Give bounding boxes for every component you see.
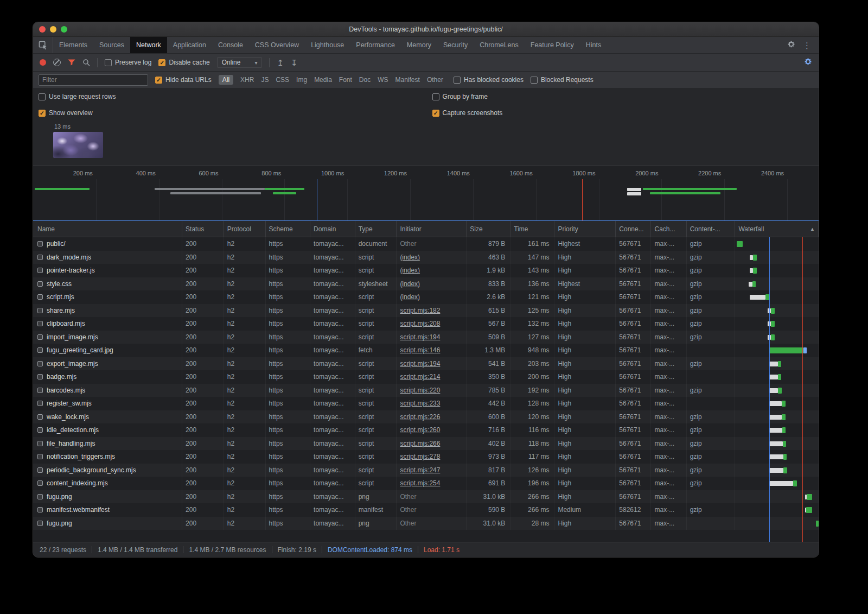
type-filter-manifest[interactable]: Manifest bbox=[395, 76, 420, 84]
zoom-window-button[interactable] bbox=[61, 26, 67, 33]
request-row[interactable]: periodic_background_sync.mjs200h2httpsto… bbox=[33, 464, 819, 477]
request-row[interactable]: clipboard.mjs200h2httpstomayac...scripts… bbox=[33, 317, 819, 331]
column-header-time[interactable]: Time bbox=[510, 221, 554, 237]
request-row[interactable]: badge.mjs200h2httpstomayac...scriptscrip… bbox=[33, 370, 819, 384]
show-overview-checkbox[interactable]: Show overview bbox=[39, 109, 93, 117]
blocked-requests-checkbox[interactable]: Blocked Requests bbox=[531, 76, 593, 84]
column-header-domain[interactable]: Domain bbox=[310, 221, 355, 237]
request-row[interactable]: wake_lock.mjs200h2httpstomayac...scripts… bbox=[33, 410, 819, 424]
export-har-icon[interactable]: ↧ bbox=[291, 59, 298, 67]
request-row[interactable]: fugu.png200h2httpstomayac...pngOther31.0… bbox=[33, 490, 819, 504]
column-header-name[interactable]: Name bbox=[33, 221, 182, 237]
use-large-request-rows-checkbox[interactable]: Use large request rows bbox=[39, 93, 116, 100]
more-options-icon[interactable]: ⋮ bbox=[803, 41, 811, 49]
request-row[interactable]: content_indexing.mjs200h2httpstomayac...… bbox=[33, 477, 819, 490]
tab-hints[interactable]: Hints bbox=[580, 37, 607, 53]
column-header-conne[interactable]: Conne... bbox=[616, 221, 651, 237]
initiator-link[interactable]: script.mjs:220 bbox=[400, 387, 440, 394]
request-row[interactable]: public/200h2httpstomayac...documentOther… bbox=[33, 237, 819, 251]
type-filter-css[interactable]: CSS bbox=[276, 76, 289, 84]
tab-performance[interactable]: Performance bbox=[350, 37, 401, 53]
initiator-link[interactable]: (index) bbox=[400, 293, 420, 301]
initiator-link[interactable]: script.mjs:260 bbox=[400, 426, 440, 434]
capture-screenshots-checkbox[interactable]: Capture screenshots bbox=[432, 109, 503, 117]
tab-network[interactable]: Network bbox=[130, 37, 167, 53]
type-filter-ws[interactable]: WS bbox=[378, 76, 388, 84]
request-row[interactable]: export_image.mjs200h2httpstomayac...scri… bbox=[33, 357, 819, 371]
initiator-link[interactable]: script.mjs:214 bbox=[400, 373, 440, 381]
network-overview-timeline[interactable]: 200 ms400 ms600 ms800 ms1000 ms1200 ms14… bbox=[33, 166, 819, 220]
column-header-protocol[interactable]: Protocol bbox=[224, 221, 266, 237]
tab-elements[interactable]: Elements bbox=[53, 37, 93, 53]
column-header-type[interactable]: Type bbox=[355, 221, 397, 237]
initiator-link[interactable]: (index) bbox=[400, 254, 420, 261]
column-header-cach[interactable]: Cach... bbox=[651, 221, 686, 237]
group-by-frame-checkbox[interactable]: Group by frame bbox=[432, 93, 488, 100]
record-button[interactable] bbox=[40, 59, 46, 66]
tab-console[interactable]: Console bbox=[212, 37, 249, 53]
request-row[interactable]: barcodes.mjs200h2httpstomayac...scriptsc… bbox=[33, 384, 819, 397]
settings-icon[interactable] bbox=[787, 40, 795, 50]
type-filter-all[interactable]: All bbox=[219, 75, 233, 85]
request-row[interactable]: import_image.mjs200h2httpstomayac...scri… bbox=[33, 331, 819, 344]
initiator-link[interactable]: script.mjs:233 bbox=[400, 400, 440, 407]
type-filter-media[interactable]: Media bbox=[314, 76, 332, 84]
type-filter-other[interactable]: Other bbox=[427, 76, 443, 84]
preserve-log-checkbox[interactable]: Preserve log bbox=[105, 59, 151, 66]
has-blocked-cookies-checkbox[interactable]: Has blocked cookies bbox=[454, 76, 524, 84]
hide-data-urls-checkbox[interactable]: Hide data URLs bbox=[155, 76, 212, 84]
column-header-waterfall[interactable]: Waterfall▲ bbox=[735, 221, 819, 237]
request-row[interactable]: notification_triggers.mjs200h2httpstomay… bbox=[33, 450, 819, 464]
initiator-link[interactable]: script.mjs:182 bbox=[400, 307, 440, 314]
request-row[interactable]: fugu.png200h2httpstomayac...pngOther31.0… bbox=[33, 517, 819, 530]
disable-cache-checkbox[interactable]: Disable cache bbox=[158, 59, 209, 66]
clear-icon[interactable] bbox=[53, 59, 61, 66]
request-row[interactable]: dark_mode.mjs200h2httpstomayac...script(… bbox=[33, 251, 819, 264]
network-settings-icon[interactable] bbox=[804, 58, 812, 68]
tab-lighthouse[interactable]: Lighthouse bbox=[305, 37, 350, 53]
type-filter-doc[interactable]: Doc bbox=[359, 76, 371, 84]
close-window-button[interactable] bbox=[39, 26, 46, 33]
minimize-window-button[interactable] bbox=[50, 26, 56, 33]
tab-chromelens[interactable]: ChromeLens bbox=[474, 37, 525, 53]
type-filter-js[interactable]: JS bbox=[261, 76, 269, 84]
initiator-link[interactable]: script.mjs:226 bbox=[400, 413, 440, 421]
column-header-size[interactable]: Size bbox=[467, 221, 510, 237]
search-icon[interactable] bbox=[82, 59, 90, 66]
request-row[interactable]: fugu_greeting_card.jpg200h2httpstomayac.… bbox=[33, 344, 819, 357]
type-filter-img[interactable]: Img bbox=[296, 76, 307, 84]
initiator-link[interactable]: script.mjs:254 bbox=[400, 479, 440, 487]
tab-sources[interactable]: Sources bbox=[93, 37, 130, 53]
filter-input[interactable] bbox=[39, 74, 148, 86]
tab-memory[interactable]: Memory bbox=[401, 37, 437, 53]
column-header-initiator[interactable]: Initiator bbox=[397, 221, 467, 237]
request-row[interactable]: pointer-tracker.js200h2httpstomayac...sc… bbox=[33, 264, 819, 277]
throttling-select[interactable]: Online ▾ bbox=[217, 57, 263, 68]
initiator-link[interactable]: script.mjs:208 bbox=[400, 320, 440, 327]
filmstrip-screenshot[interactable] bbox=[53, 132, 103, 158]
column-header-content[interactable]: Content-... bbox=[687, 221, 736, 237]
tab-security[interactable]: Security bbox=[437, 37, 474, 53]
import-har-icon[interactable]: ↥ bbox=[277, 59, 284, 67]
initiator-link[interactable]: script.mjs:146 bbox=[400, 346, 440, 354]
column-header-priority[interactable]: Priority bbox=[554, 221, 616, 237]
request-row[interactable]: manifest.webmanifest200h2httpstomayac...… bbox=[33, 503, 819, 517]
initiator-link[interactable]: (index) bbox=[400, 280, 420, 288]
initiator-link[interactable]: (index) bbox=[400, 267, 420, 274]
inspect-element-icon[interactable] bbox=[33, 37, 53, 53]
initiator-link[interactable]: script.mjs:266 bbox=[400, 440, 440, 447]
request-row[interactable]: register_sw.mjs200h2httpstomayac...scrip… bbox=[33, 397, 819, 410]
initiator-link[interactable]: script.mjs:194 bbox=[400, 333, 440, 341]
request-row[interactable]: script.mjs200h2httpstomayac...script(ind… bbox=[33, 290, 819, 304]
tab-css-overview[interactable]: CSS Overview bbox=[249, 37, 305, 53]
column-header-status[interactable]: Status bbox=[182, 221, 224, 237]
tab-feature-policy[interactable]: Feature Policy bbox=[525, 37, 580, 53]
request-row[interactable]: file_handling.mjs200h2httpstomayac...scr… bbox=[33, 437, 819, 451]
initiator-link[interactable]: script.mjs:194 bbox=[400, 360, 440, 368]
request-row[interactable]: style.css200h2httpstomayac...stylesheet(… bbox=[33, 277, 819, 291]
column-header-scheme[interactable]: Scheme bbox=[266, 221, 311, 237]
type-filter-font[interactable]: Font bbox=[339, 76, 352, 84]
tab-application[interactable]: Application bbox=[167, 37, 212, 53]
type-filter-xhr[interactable]: XHR bbox=[240, 76, 254, 84]
request-row[interactable]: share.mjs200h2httpstomayac...scriptscrip… bbox=[33, 304, 819, 318]
